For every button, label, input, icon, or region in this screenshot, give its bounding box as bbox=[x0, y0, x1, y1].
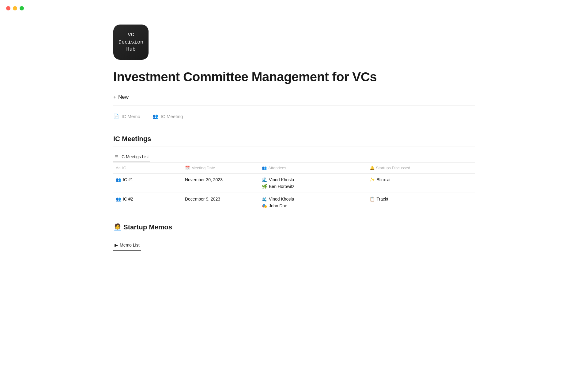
attendee-avatar: 🌿 bbox=[262, 184, 267, 189]
cell-meeting-date: November 30, 2023 bbox=[183, 174, 259, 193]
table-row[interactable]: 👥IC #2December 9, 2023🌊Vinod Khosla🎭John… bbox=[113, 193, 475, 212]
people-icon: 👥 bbox=[153, 113, 158, 119]
attendee-item[interactable]: 🎭John Doe bbox=[262, 203, 364, 208]
quick-link-meeting-label: IC Meeting bbox=[161, 114, 183, 119]
startup-memos-title: 🧑‍💼 Startup Memos bbox=[113, 223, 475, 231]
divider-top bbox=[113, 105, 475, 105]
quick-link-ic-meeting[interactable]: 👥 IC Meeting bbox=[153, 113, 183, 119]
tab-ic-meetings-list[interactable]: ☰ IC Meetigs List bbox=[113, 152, 150, 162]
startup-item[interactable]: 📋Trackt bbox=[370, 197, 473, 201]
attendee-item[interactable]: 🌊Vinod Khosla bbox=[262, 197, 364, 201]
col-header-ic: AaIC bbox=[113, 163, 183, 174]
attendee-item[interactable]: 🌿Ben Horowitz bbox=[262, 184, 364, 189]
cell-startups: 📋Trackt bbox=[367, 193, 475, 212]
attendees-icon: 👥 bbox=[262, 166, 267, 170]
traffic-lights bbox=[6, 6, 24, 10]
cell-attendees: 🌊Vinod Khosla🎭John Doe bbox=[259, 193, 367, 212]
attendee-avatar: 🌊 bbox=[262, 177, 267, 182]
play-icon: ▶ bbox=[115, 243, 118, 247]
ic-id-value: IC #2 bbox=[123, 197, 133, 201]
startup-icon: ✨ bbox=[370, 177, 375, 182]
attendee-name: Vinod Khosla bbox=[269, 197, 294, 201]
cell-attendees: 🌊Vinod Khosla🌿Ben Horowitz bbox=[259, 174, 367, 193]
cell-ic-id: 👥IC #2 bbox=[113, 193, 183, 212]
attendee-item[interactable]: 🌊Vinod Khosla bbox=[262, 177, 364, 182]
quick-links: 📄 IC Memo 👥 IC Meeting bbox=[113, 110, 475, 124]
aa-icon: Aa bbox=[116, 166, 121, 170]
cell-ic-id: 👥IC #1 bbox=[113, 174, 183, 193]
ic-id-value: IC #1 bbox=[123, 177, 133, 182]
app-icon: VC Decision Hub bbox=[113, 25, 149, 60]
ic-meetings-section: IC Meetings ☰ IC Meetigs List AaIC 📅Meet… bbox=[113, 135, 475, 212]
calendar-icon: 📅 bbox=[185, 166, 190, 170]
cell-meeting-date: December 9, 2023 bbox=[183, 193, 259, 212]
ic-meetings-tabs: ☰ IC Meetigs List bbox=[113, 152, 475, 162]
tab-memo-list[interactable]: ▶ Memo List bbox=[113, 240, 141, 251]
tab-memo-list-label: Memo List bbox=[120, 243, 140, 247]
ic-row-icon: 👥 bbox=[116, 177, 121, 182]
main-content: VC Decision Hub Investment Committee Man… bbox=[95, 0, 493, 269]
quick-link-ic-memo[interactable]: 📄 IC Memo bbox=[113, 113, 140, 119]
col-header-attendees: 👥Attendees bbox=[259, 163, 367, 174]
divider-memos bbox=[113, 235, 475, 235]
ic-row-icon: 👥 bbox=[116, 197, 121, 201]
list-icon: ☰ bbox=[115, 154, 119, 159]
new-button-label: New bbox=[118, 94, 129, 100]
traffic-light-yellow[interactable] bbox=[13, 6, 17, 10]
table-row[interactable]: 👥IC #1November 30, 2023🌊Vinod Khosla🌿Ben… bbox=[113, 174, 475, 193]
startup-icon: 📋 bbox=[370, 197, 375, 201]
traffic-light-green[interactable] bbox=[20, 6, 24, 10]
col-header-date: 📅Meeting Date bbox=[183, 163, 259, 174]
traffic-light-red[interactable] bbox=[6, 6, 10, 10]
app-icon-text: VC Decision Hub bbox=[119, 31, 144, 53]
startup-name: Blinx.ai bbox=[377, 177, 390, 182]
startup-name: Trackt bbox=[377, 197, 388, 201]
ic-meetings-title: IC Meetings bbox=[113, 135, 475, 143]
memos-tabs: ▶ Memo List bbox=[113, 240, 475, 251]
attendee-avatar: 🌊 bbox=[262, 197, 267, 201]
page-title: Investment Committee Management for VCs bbox=[113, 70, 475, 84]
startup-memos-section: 🧑‍💼 Startup Memos ▶ Memo List bbox=[113, 223, 475, 251]
plus-icon: + bbox=[113, 94, 116, 100]
quick-link-memo-label: IC Memo bbox=[122, 114, 140, 119]
attendee-name: Vinod Khosla bbox=[269, 177, 294, 182]
table-header-row: AaIC 📅Meeting Date 👥Attendees 🔔Startups … bbox=[113, 163, 475, 174]
divider-meetings bbox=[113, 147, 475, 147]
new-button[interactable]: + New bbox=[113, 94, 475, 100]
attendee-name: Ben Horowitz bbox=[269, 184, 294, 189]
document-icon: 📄 bbox=[113, 113, 119, 119]
bell-icon: 🔔 bbox=[370, 166, 375, 170]
ic-meetings-table: AaIC 📅Meeting Date 👥Attendees 🔔Startups … bbox=[113, 162, 475, 212]
attendee-avatar: 🎭 bbox=[262, 203, 267, 208]
startup-item[interactable]: ✨Blinx.ai bbox=[370, 177, 473, 182]
cell-startups: ✨Blinx.ai bbox=[367, 174, 475, 193]
attendee-name: John Doe bbox=[269, 203, 287, 208]
col-header-startups: 🔔Startups Discussed bbox=[367, 163, 475, 174]
tab-ic-meetings-list-label: IC Meetigs List bbox=[120, 154, 149, 159]
